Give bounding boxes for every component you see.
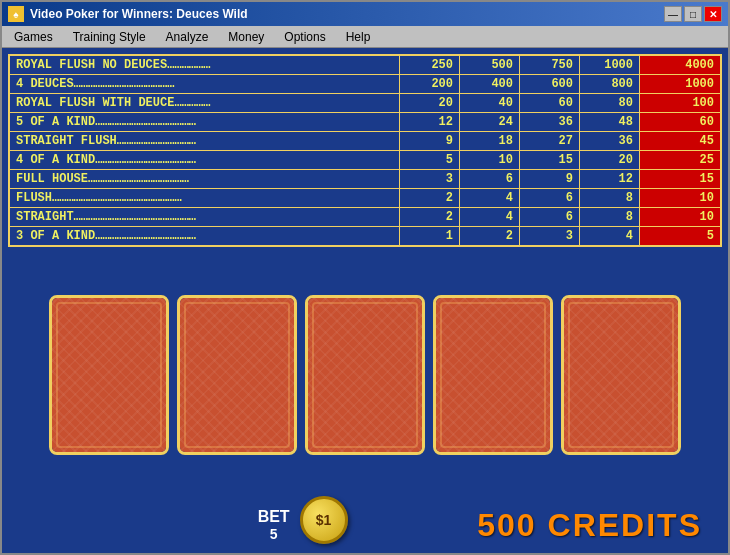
card-1[interactable]: [49, 295, 169, 455]
pay-c4-2: 80: [580, 94, 640, 112]
hand-name-0: ROYAL FLUSH NO DEUCES………………: [10, 56, 400, 74]
hand-name-8: STRAIGHT……………………………………………: [10, 208, 400, 226]
pay-c2-3: 24: [460, 113, 520, 131]
pay-c1-0: 250: [400, 56, 460, 74]
pay-c3-5: 15: [520, 151, 580, 169]
card-border-2: [184, 302, 290, 448]
pay-c4-3: 48: [580, 113, 640, 131]
cards-area: [8, 253, 722, 497]
table-row: ROYAL FLUSH WITH DEUCE…………… 20 40 60 80 …: [10, 94, 720, 113]
card-3[interactable]: [305, 295, 425, 455]
hand-name-5: 4 OF A KIND……………………………………: [10, 151, 400, 169]
title-bar: ♠ Video Poker for Winners: Deuces Wild —…: [2, 2, 728, 26]
close-button[interactable]: ✕: [704, 6, 722, 22]
main-content: ROYAL FLUSH NO DEUCES……………… 250 500 750 …: [2, 48, 728, 553]
pay-c2-0: 500: [460, 56, 520, 74]
hand-name-4: STRAIGHT FLUSH……………………………: [10, 132, 400, 150]
menu-analyze[interactable]: Analyze: [158, 28, 217, 45]
pay-c2-1: 400: [460, 75, 520, 93]
menu-help[interactable]: Help: [338, 28, 379, 45]
table-row: FLUSH……………………………………………… 2 4 6 8 10: [10, 189, 720, 208]
title-buttons: — □ ✕: [664, 6, 722, 22]
pay-c5-0: 4000: [640, 56, 720, 74]
pay-c4-6: 12: [580, 170, 640, 188]
credits-display: 500 CREDITS: [477, 507, 702, 544]
hand-name-3: 5 OF A KIND……………………………………: [10, 113, 400, 131]
pay-c5-1: 1000: [640, 75, 720, 93]
pay-c5-4: 45: [640, 132, 720, 150]
pay-c3-2: 60: [520, 94, 580, 112]
pay-c4-8: 8: [580, 208, 640, 226]
bottom-bar: BET 5 $1 500 CREDITS: [8, 503, 722, 547]
pay-c3-6: 9: [520, 170, 580, 188]
table-row: STRAIGHT FLUSH…………………………… 9 18 27 36 45: [10, 132, 720, 151]
pay-c5-5: 25: [640, 151, 720, 169]
pay-c2-5: 10: [460, 151, 520, 169]
card-border-5: [568, 302, 674, 448]
pay-c2-6: 6: [460, 170, 520, 188]
bet-label: BET: [258, 508, 290, 526]
table-row: 3 OF A KIND…………………………………… 1 2 3 4 5: [10, 227, 720, 245]
menu-money[interactable]: Money: [220, 28, 272, 45]
pay-c3-4: 27: [520, 132, 580, 150]
pay-c5-2: 100: [640, 94, 720, 112]
pay-c1-5: 5: [400, 151, 460, 169]
paytable: ROYAL FLUSH NO DEUCES……………… 250 500 750 …: [8, 54, 722, 247]
pay-c1-7: 2: [400, 189, 460, 207]
pay-c1-3: 12: [400, 113, 460, 131]
hand-name-9: 3 OF A KIND……………………………………: [10, 227, 400, 245]
main-window: ♠ Video Poker for Winners: Deuces Wild —…: [0, 0, 730, 555]
pay-c4-5: 20: [580, 151, 640, 169]
pay-c3-8: 6: [520, 208, 580, 226]
pay-c3-7: 6: [520, 189, 580, 207]
app-icon: ♠: [8, 6, 24, 22]
menu-options[interactable]: Options: [276, 28, 333, 45]
pay-c4-4: 36: [580, 132, 640, 150]
menu-bar: Games Training Style Analyze Money Optio…: [2, 26, 728, 48]
hand-name-7: FLUSH………………………………………………: [10, 189, 400, 207]
maximize-button[interactable]: □: [684, 6, 702, 22]
bet-coin[interactable]: $1: [300, 496, 348, 544]
window-title: Video Poker for Winners: Deuces Wild: [30, 7, 248, 21]
pay-c1-2: 20: [400, 94, 460, 112]
table-row: STRAIGHT…………………………………………… 2 4 6 8 10: [10, 208, 720, 227]
pay-c2-9: 2: [460, 227, 520, 245]
pay-c2-7: 4: [460, 189, 520, 207]
pay-c1-4: 9: [400, 132, 460, 150]
pay-c4-9: 4: [580, 227, 640, 245]
pay-c2-8: 4: [460, 208, 520, 226]
pay-c5-3: 60: [640, 113, 720, 131]
card-border-4: [440, 302, 546, 448]
menu-training-style[interactable]: Training Style: [65, 28, 154, 45]
card-border-3: [312, 302, 418, 448]
pay-c4-0: 1000: [580, 56, 640, 74]
pay-c2-2: 40: [460, 94, 520, 112]
pay-c3-9: 3: [520, 227, 580, 245]
pay-c1-8: 2: [400, 208, 460, 226]
hand-name-6: FULL HOUSE……………………………………: [10, 170, 400, 188]
pay-c4-7: 8: [580, 189, 640, 207]
pay-c1-6: 3: [400, 170, 460, 188]
table-row: 4 OF A KIND…………………………………… 5 10 15 20 25: [10, 151, 720, 170]
table-row: ROYAL FLUSH NO DEUCES……………… 250 500 750 …: [10, 56, 720, 75]
pay-c1-9: 1: [400, 227, 460, 245]
pay-c5-9: 5: [640, 227, 720, 245]
bet-area: BET 5 $1: [258, 506, 348, 544]
pay-c3-3: 36: [520, 113, 580, 131]
pay-c5-7: 10: [640, 189, 720, 207]
minimize-button[interactable]: —: [664, 6, 682, 22]
pay-c3-1: 600: [520, 75, 580, 93]
pay-c5-6: 15: [640, 170, 720, 188]
card-5[interactable]: [561, 295, 681, 455]
card-2[interactable]: [177, 295, 297, 455]
menu-games[interactable]: Games: [6, 28, 61, 45]
card-4[interactable]: [433, 295, 553, 455]
table-row: FULL HOUSE…………………………………… 3 6 9 12 15: [10, 170, 720, 189]
pay-c5-8: 10: [640, 208, 720, 226]
table-row: 4 DEUCES…………………………………… 200 400 600 800 1…: [10, 75, 720, 94]
card-border-1: [56, 302, 162, 448]
pay-c3-0: 750: [520, 56, 580, 74]
pay-c4-1: 800: [580, 75, 640, 93]
hand-name-2: ROYAL FLUSH WITH DEUCE……………: [10, 94, 400, 112]
hand-name-1: 4 DEUCES……………………………………: [10, 75, 400, 93]
